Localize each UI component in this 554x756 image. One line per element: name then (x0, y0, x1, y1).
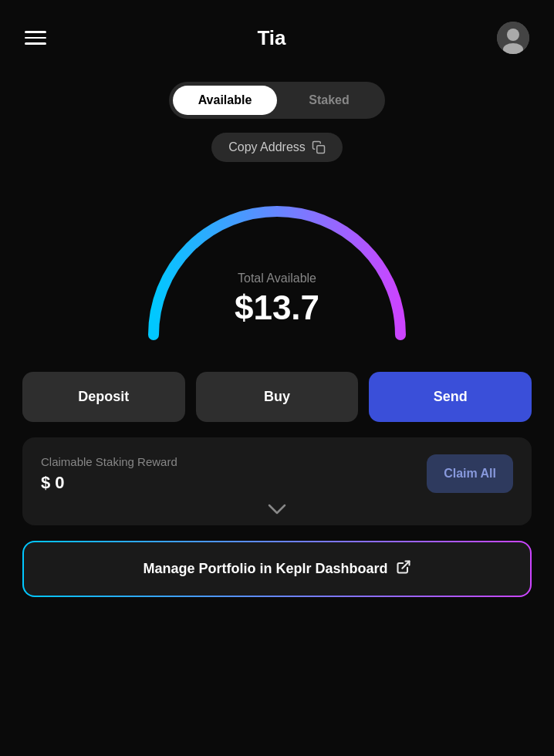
copy-icon (312, 140, 326, 154)
gauge-label: Total Available (235, 272, 319, 285)
keplr-button-label: Manage Portfolio in Keplr Dashboard (143, 561, 387, 577)
staking-value: $ 0 (41, 473, 177, 493)
tab-toggle: Available Staked (169, 82, 385, 119)
copy-address-button[interactable]: Copy Address (211, 133, 343, 162)
gauge-value: $13.7 (235, 289, 319, 327)
external-link-icon (396, 559, 411, 579)
staking-card: Claimable Staking Reward $ 0 Claim All (22, 437, 532, 525)
staking-info: Claimable Staking Reward $ 0 (41, 455, 177, 493)
claim-all-button[interactable]: Claim All (427, 454, 513, 493)
header: Tia (0, 0, 554, 66)
staking-label: Claimable Staking Reward (41, 455, 177, 468)
tab-staked[interactable]: Staked (277, 86, 381, 115)
action-buttons: Deposit Buy Send (22, 372, 532, 422)
staking-top: Claimable Staking Reward $ 0 Claim All (41, 454, 513, 493)
gauge-text: Total Available $13.7 (235, 272, 319, 327)
svg-line-4 (402, 562, 409, 569)
menu-icon[interactable] (25, 31, 46, 45)
deposit-button[interactable]: Deposit (22, 372, 185, 422)
chevron-down-icon[interactable] (41, 504, 513, 515)
keplr-dashboard-button[interactable]: Manage Portfolio in Keplr Dashboard (22, 541, 532, 597)
send-button[interactable]: Send (369, 372, 532, 422)
tab-available[interactable]: Available (173, 86, 277, 115)
avatar[interactable] (497, 22, 529, 54)
buy-button[interactable]: Buy (196, 372, 359, 422)
gauge-container: Total Available $13.7 (138, 181, 416, 350)
page-title: Tia (257, 26, 285, 50)
svg-rect-3 (317, 146, 325, 154)
svg-point-1 (507, 29, 519, 41)
copy-address-label: Copy Address (228, 140, 306, 154)
